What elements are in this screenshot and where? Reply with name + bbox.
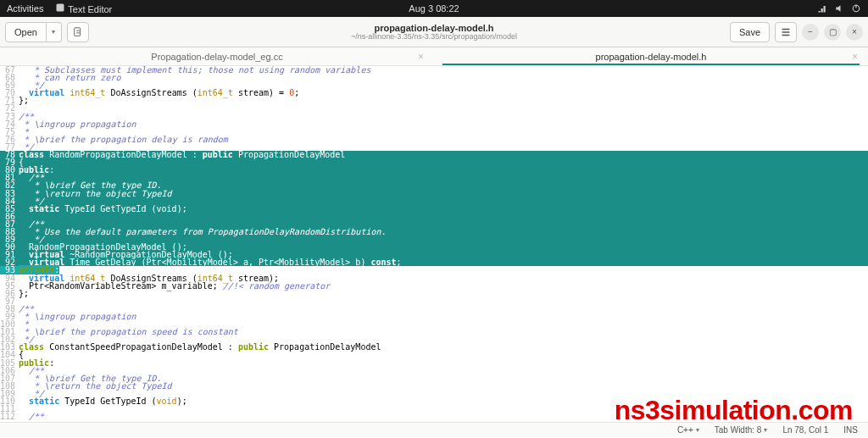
line-content: class ConstantSpeedPropagationDelayModel…	[19, 343, 381, 351]
code-line[interactable]: 71};	[0, 97, 868, 104]
code-line[interactable]: 68 * can return zero	[0, 74, 868, 81]
line-content: virtual Time GetDelay (Ptr<MobilityModel…	[19, 258, 402, 266]
cursor-position: Ln 78, Col 1	[782, 425, 828, 435]
insert-mode-label: INS	[843, 425, 858, 435]
code-line[interactable]: 92 virtual Time GetDelay (Ptr<MobilityMo…	[0, 258, 868, 266]
code-line[interactable]: 104{	[0, 351, 868, 358]
code-line[interactable]: 79{	[0, 158, 868, 166]
network-icon[interactable]	[817, 3, 827, 14]
tabstrip: Propagation-delay-model_eg.cc×propagatio…	[0, 47, 868, 66]
power-icon[interactable]	[851, 3, 861, 14]
code-line[interactable]: 83 * \return the object TypeId	[0, 190, 868, 197]
code-line[interactable]: 80public:	[0, 166, 868, 174]
line-content: * \ingroup propagation	[19, 120, 136, 128]
code-line[interactable]: 110 static TypeId GetTypeId (void);	[0, 397, 868, 405]
code-line[interactable]: 86	[0, 213, 868, 220]
new-tab-button[interactable]	[67, 22, 89, 42]
tab-close-icon[interactable]: ×	[852, 51, 858, 63]
code-line[interactable]: 76 * \brief the propagation delay is ran…	[0, 136, 868, 143]
code-line[interactable]: 88 * Use the default parameters from Pro…	[0, 228, 868, 236]
headerbar: Open ▾ propagation-delay-model.h ~/ns-al…	[0, 17, 868, 47]
line-content: /**	[19, 413, 44, 420]
tab-close-icon[interactable]: ×	[418, 51, 424, 63]
close-button[interactable]: ×	[846, 24, 863, 41]
insert-mode[interactable]: INS	[843, 425, 858, 435]
code-line[interactable]: 85 static TypeId GetTypeId (void);	[0, 205, 868, 213]
code-line[interactable]: 67 * Subclasses must implement this; tho…	[0, 66, 868, 74]
tab-0[interactable]: Propagation-delay-model_eg.cc×	[0, 47, 434, 65]
code-line[interactable]: 112 /**	[0, 413, 868, 420]
code-line[interactable]: 101 * \brief the propagation speed is co…	[0, 328, 868, 335]
line-number: 112	[0, 413, 19, 420]
code-line[interactable]: 108 * \return the object TypeId	[0, 382, 868, 390]
clock[interactable]: Aug 3 08:22	[409, 3, 459, 14]
text-editor-icon	[55, 3, 65, 13]
tabwidth-selector[interactable]: Tab Width: 8▾	[715, 425, 768, 435]
current-app[interactable]: Text Editor	[55, 3, 112, 14]
tab-1[interactable]: propagation-delay-model.h×	[434, 47, 868, 65]
maximize-icon: ▢	[829, 27, 837, 36]
save-button-label: Save	[739, 27, 760, 37]
editor[interactable]: 67 * Subclasses must implement this; tho…	[0, 66, 868, 422]
window-subtitle: ~/ns-allinone-3.35/ns-3.35/src/propagati…	[351, 33, 517, 42]
line-content: * \ingroup propagation	[19, 313, 136, 320]
svg-rect-0	[57, 4, 64, 12]
hamburger-menu-button[interactable]	[775, 22, 797, 42]
tab-label: Propagation-delay-model_eg.cc	[151, 52, 282, 62]
code-line[interactable]: 78class RandomPropagationDelayModel : pu…	[0, 151, 868, 158]
minimize-button[interactable]: −	[802, 24, 819, 41]
open-button-label: Open	[14, 27, 37, 37]
code-line[interactable]: 74 * \ingroup propagation	[0, 120, 868, 128]
open-button[interactable]: Open	[5, 22, 47, 42]
tab-label: propagation-delay-model.h	[596, 52, 707, 62]
current-app-label: Text Editor	[68, 4, 112, 14]
tabwidth-label: Tab Width: 8	[715, 425, 762, 435]
open-recent-dropdown[interactable]: ▾	[47, 22, 62, 42]
code-line[interactable]: 99 * \ingroup propagation	[0, 313, 868, 320]
cursor-position-label: Ln 78, Col 1	[782, 425, 828, 435]
code-line[interactable]: 70 virtual int64_t DoAssignStreams (int6…	[0, 89, 868, 97]
hamburger-icon	[780, 26, 792, 38]
chevron-down-icon: ▾	[52, 28, 55, 36]
line-content: Ptr<RandomVariableStream> m_variable; //…	[19, 282, 330, 290]
code-line[interactable]: 96};	[0, 290, 868, 297]
svg-rect-2	[855, 5, 856, 8]
new-document-icon	[72, 26, 84, 38]
statusbar: C++▾ Tab Width: 8▾ Ln 78, Col 1 INS	[0, 422, 868, 437]
line-content: * \brief the propagation delay is random	[19, 136, 228, 143]
line-content: static TypeId GetTypeId (void);	[19, 397, 187, 405]
code-line[interactable]: 72	[0, 104, 868, 112]
line-content: class RandomPropagationDelayModel : publ…	[19, 151, 345, 158]
minimize-icon: −	[808, 27, 813, 36]
maximize-button[interactable]: ▢	[824, 24, 841, 41]
language-label: C++	[677, 425, 693, 435]
chevron-down-icon: ▾	[696, 426, 699, 434]
close-icon: ×	[852, 27, 857, 36]
language-selector[interactable]: C++▾	[677, 425, 699, 435]
save-button[interactable]: Save	[730, 22, 770, 42]
volume-icon[interactable]	[834, 3, 844, 14]
code-line[interactable]: 103class ConstantSpeedPropagationDelayMo…	[0, 343, 868, 351]
line-content: static TypeId GetTypeId (void);	[19, 205, 187, 213]
line-content: virtual int64_t DoAssignStreams (int64_t…	[19, 89, 299, 97]
chevron-down-icon: ▾	[764, 426, 767, 434]
code-line[interactable]: 97	[0, 297, 868, 305]
code-line[interactable]: 95 Ptr<RandomVariableStream> m_variable;…	[0, 282, 868, 290]
svg-rect-3	[75, 27, 81, 36]
activities-button[interactable]: Activities	[7, 3, 43, 14]
code-line[interactable]: 111	[0, 405, 868, 413]
line-content: * Use the default parameters from Propag…	[19, 228, 386, 236]
line-content: * \brief the propagation speed is consta…	[19, 328, 238, 335]
gnome-topbar: Activities Text Editor Aug 3 08:22	[0, 0, 868, 17]
code-line[interactable]: 105public:	[0, 359, 868, 367]
